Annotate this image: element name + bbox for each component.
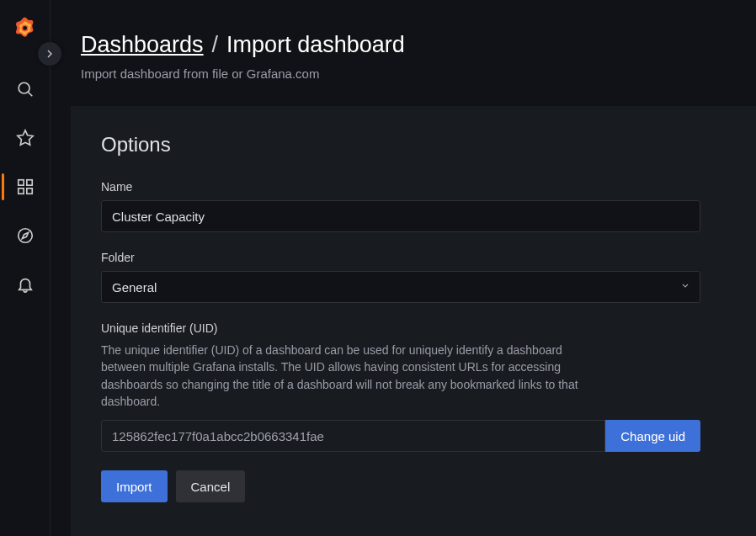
sidebar-item-search[interactable] — [2, 66, 49, 113]
breadcrumb-separator: / — [212, 32, 219, 58]
field-folder: Folder General — [101, 251, 700, 303]
breadcrumb-current: Import dashboard — [226, 32, 405, 58]
action-buttons: Import Cancel — [101, 470, 726, 502]
svg-point-6 — [18, 229, 32, 243]
sidebar-nav — [0, 0, 51, 536]
content-panel: Options Name Folder General Unique ident… — [71, 106, 756, 536]
svg-point-0 — [22, 25, 27, 30]
svg-rect-4 — [18, 188, 23, 194]
name-input[interactable] — [101, 200, 700, 232]
svg-rect-2 — [18, 180, 23, 185]
change-uid-button[interactable]: Change uid — [605, 420, 700, 452]
breadcrumb-root-link[interactable]: Dashboards — [81, 32, 204, 58]
svg-rect-3 — [26, 180, 31, 185]
name-label: Name — [101, 180, 700, 194]
uid-label: Unique identifier (UID) — [101, 321, 700, 335]
field-uid: Unique identifier (UID) The unique ident… — [101, 321, 700, 452]
folder-select[interactable]: General — [101, 271, 700, 303]
grafana-logo[interactable] — [13, 15, 38, 40]
import-button[interactable]: Import — [101, 470, 168, 502]
page-header: Dashboards / Import dashboard Import das… — [51, 0, 756, 106]
sidebar-item-starred[interactable] — [2, 114, 49, 162]
uid-description: The unique identifier (UID) of a dashboa… — [101, 342, 589, 410]
field-name: Name — [101, 180, 700, 232]
sidebar-item-alerting[interactable] — [2, 261, 49, 308]
uid-input — [101, 420, 605, 452]
options-heading: Options — [101, 133, 726, 157]
main-content: Dashboards / Import dashboard Import das… — [51, 0, 756, 536]
folder-label: Folder — [101, 251, 700, 264]
breadcrumb: Dashboards / Import dashboard — [81, 32, 726, 58]
svg-rect-5 — [26, 188, 31, 194]
sidebar-expand-handle[interactable] — [38, 42, 61, 66]
page-subtitle: Import dashboard from file or Grafana.co… — [81, 66, 726, 81]
cancel-button[interactable]: Cancel — [176, 470, 246, 502]
sidebar-item-dashboards[interactable] — [2, 163, 49, 210]
sidebar-item-explore[interactable] — [2, 212, 49, 259]
svg-point-1 — [19, 82, 29, 93]
